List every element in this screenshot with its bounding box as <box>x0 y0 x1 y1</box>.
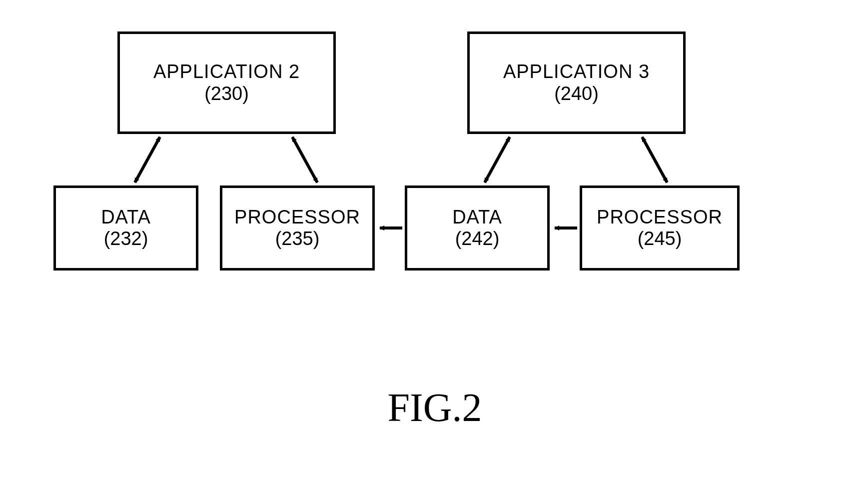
box-data-242-num: (242) <box>455 228 500 250</box>
figure-caption: FIG.2 <box>320 385 550 430</box>
box-data-232: DATA (232) <box>53 186 198 270</box>
box-processor-245-num: (245) <box>638 228 682 250</box>
box-application-3-title: APPLICATION 3 <box>503 61 650 83</box>
box-application-3-num: (240) <box>554 83 599 104</box>
arrow-app3-proc245 <box>642 137 667 182</box>
box-processor-235: PROCESSOR (235) <box>220 186 375 270</box>
box-data-232-title: DATA <box>101 206 151 228</box>
arrow-app2-data232 <box>135 137 160 182</box>
box-processor-245-title: PROCESSOR <box>597 206 723 228</box>
box-processor-235-title: PROCESSOR <box>234 206 360 228</box>
box-data-242: DATA (242) <box>405 186 550 270</box>
box-application-2-title: APPLICATION 2 <box>153 61 300 83</box>
box-data-232-num: (232) <box>104 228 148 250</box>
box-data-242-title: DATA <box>452 206 502 228</box>
arrow-app2-proc235 <box>292 137 317 182</box>
box-processor-245: PROCESSOR (245) <box>580 186 740 270</box>
box-application-2: APPLICATION 2 (230) <box>117 32 336 134</box>
box-processor-235-num: (235) <box>275 228 320 250</box>
box-application-2-num: (230) <box>204 83 249 104</box>
box-application-3: APPLICATION 3 (240) <box>467 32 686 134</box>
arrow-app3-data242 <box>485 137 510 182</box>
diagram-stage: APPLICATION 2 (230) APPLICATION 3 (240) … <box>0 0 868 494</box>
